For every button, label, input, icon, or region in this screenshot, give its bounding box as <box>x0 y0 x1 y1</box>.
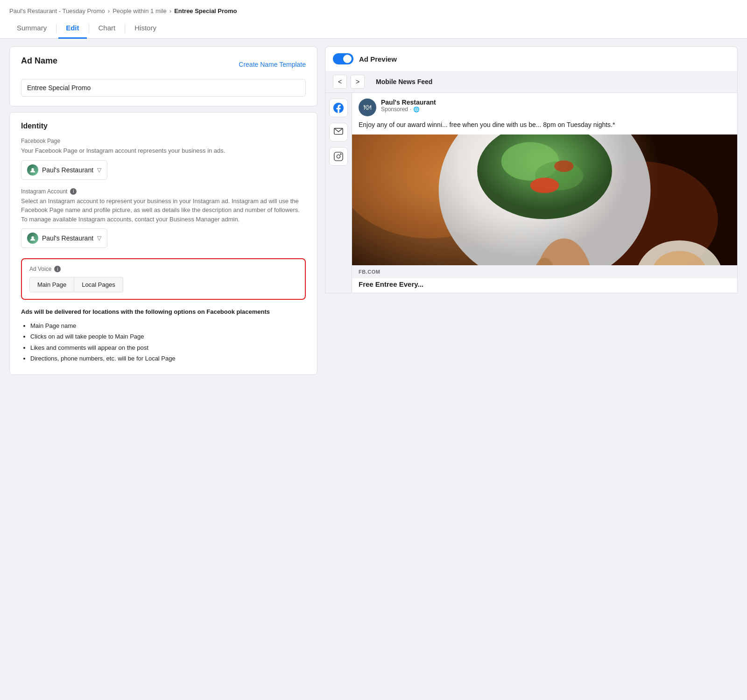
bullet-item-3: Likes and comments will appear on the po… <box>30 343 306 353</box>
facebook-page-name: Paul's Restaurant <box>42 166 93 174</box>
breadcrumb-sep-2: › <box>169 7 171 14</box>
ad-name-card-header: Ad Name Create Name Template <box>21 56 306 72</box>
ad-voice-label-row: Ad Voice i <box>29 266 297 272</box>
ad-name-title: Ad Name <box>21 56 57 66</box>
ad-voice-info-icon[interactable]: i <box>54 266 61 272</box>
preview-header: Ad Preview <box>325 46 738 71</box>
breadcrumb: Paul's Restaurant - Tuesday Promo › Peop… <box>0 0 747 18</box>
preview-nav-next[interactable]: > <box>351 75 365 89</box>
ad-card-header: 🍽 Paul's Restaurant Sponsored · 🌐 <box>352 93 737 120</box>
ad-voice-toggle-group: Main Page Local Pages <box>29 277 297 292</box>
ad-preview-toggle-slider <box>333 53 353 64</box>
advertiser-avatar: 🍽 <box>359 99 376 116</box>
delivery-note: Ads will be delivered for locations with… <box>21 307 306 317</box>
instagram-dropdown-arrow: ▽ <box>97 235 101 241</box>
tab-summary[interactable]: Summary <box>9 18 54 39</box>
ad-preview-toggle[interactable] <box>333 53 353 64</box>
svg-point-14 <box>554 160 573 172</box>
main-content: Ad Name Create Name Template Identity Fa… <box>0 39 747 692</box>
breadcrumb-item-2[interactable]: People within 1 mile <box>113 7 167 14</box>
instagram-account-label-row: Instagram Account i <box>21 188 306 195</box>
svg-point-4 <box>337 155 340 158</box>
right-panel: Ad Preview < > Mobile News Feed <box>317 46 738 685</box>
ad-voice-section: Ad Voice i Main Page Local Pages <box>21 258 306 300</box>
ad-body-text: Enjoy any of our award winni... free whe… <box>352 120 737 134</box>
globe-icon: 🌐 <box>413 106 420 113</box>
delivery-bullet-list: Main Page name Clicks on ad will take pe… <box>21 321 306 363</box>
bullet-item-1: Main Page name <box>30 321 306 331</box>
instagram-account-label: Instagram Account <box>21 188 67 195</box>
instagram-page-name: Paul's Restaurant <box>42 234 93 242</box>
preview-nav-prev[interactable]: < <box>333 75 347 89</box>
create-name-template-link[interactable]: Create Name Template <box>239 61 306 68</box>
facebook-page-label: Facebook Page <box>21 138 306 144</box>
bullet-item-2: Clicks on ad will take people to Main Pa… <box>30 332 306 341</box>
preview-area: 🍽 Paul's Restaurant Sponsored · 🌐 Enjoy … <box>325 93 738 293</box>
ad-voice-label: Ad Voice <box>29 266 51 272</box>
ad-name-card: Ad Name Create Name Template <box>9 46 317 106</box>
svg-point-13 <box>530 178 559 193</box>
ad-preview-title: Ad Preview <box>359 55 397 63</box>
ad-voice-local-pages-button[interactable]: Local Pages <box>74 277 123 292</box>
ad-name-input[interactable] <box>21 79 306 97</box>
breadcrumb-sep-1: › <box>108 7 110 14</box>
instagram-page-avatar <box>27 233 38 244</box>
advertiser-info: Paul's Restaurant Sponsored · 🌐 <box>381 99 731 113</box>
tab-divider-2 <box>89 24 89 33</box>
svg-point-5 <box>340 154 341 155</box>
restaurant-icon: 🍽 <box>364 103 371 112</box>
facebook-page-dropdown-arrow: ▽ <box>97 167 101 173</box>
tab-history[interactable]: History <box>127 18 164 39</box>
svg-point-0 <box>31 168 34 170</box>
facebook-page-description: Your Facebook Page or Instagram account … <box>21 146 306 156</box>
food-scene-svg <box>352 134 737 265</box>
preview-feed-type: Mobile News Feed <box>376 78 432 85</box>
fb-com-bar: FB.COM <box>352 265 737 278</box>
left-panel: Ad Name Create Name Template Identity Fa… <box>9 46 317 685</box>
ad-card: 🍽 Paul's Restaurant Sponsored · 🌐 Enjoy … <box>352 93 737 293</box>
facebook-page-avatar <box>27 164 38 176</box>
platform-icon-messenger[interactable] <box>329 123 348 141</box>
separator-dot: · <box>410 106 411 113</box>
tab-divider-1 <box>56 24 56 33</box>
svg-point-1 <box>31 236 34 239</box>
sponsored-label: Sponsored <box>381 106 408 113</box>
instagram-account-description: Select an Instagram account to represent… <box>21 197 306 224</box>
food-image-bg <box>352 134 737 265</box>
sponsored-row: Sponsored · 🌐 <box>381 106 731 113</box>
ad-image-container <box>352 134 737 265</box>
platform-icon-facebook[interactable] <box>329 99 348 117</box>
advertiser-name: Paul's Restaurant <box>381 99 731 106</box>
free-entree-link-text[interactable]: Free Entree Every... <box>352 278 737 293</box>
instagram-page-selector[interactable]: Paul's Restaurant ▽ <box>21 228 107 248</box>
instagram-info-icon[interactable]: i <box>70 188 77 195</box>
facebook-page-selector[interactable]: Paul's Restaurant ▽ <box>21 160 107 180</box>
breadcrumb-item-3-current: Entree Special Promo <box>174 7 237 14</box>
preview-nav: < > Mobile News Feed <box>325 71 738 93</box>
breadcrumb-item-1[interactable]: Paul's Restaurant - Tuesday Promo <box>9 7 105 14</box>
bullet-item-4: Directions, phone numbers, etc. will be … <box>30 354 306 363</box>
ad-voice-main-page-button[interactable]: Main Page <box>29 277 74 292</box>
tab-divider-3 <box>125 24 125 33</box>
identity-title: Identity <box>21 122 306 130</box>
tab-chart[interactable]: Chart <box>91 18 123 39</box>
platform-icons-sidebar <box>325 93 352 293</box>
identity-card: Identity Facebook Page Your Facebook Pag… <box>9 112 317 375</box>
tabs-bar: Summary Edit Chart History <box>0 18 747 39</box>
platform-icon-instagram[interactable] <box>329 147 348 166</box>
tab-edit[interactable]: Edit <box>58 18 86 39</box>
svg-rect-3 <box>334 152 343 161</box>
